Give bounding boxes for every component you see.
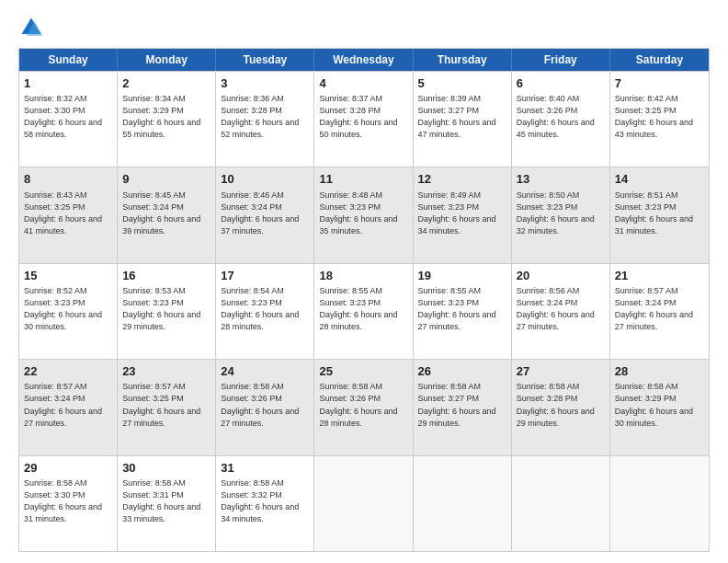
- day-number: 6: [517, 75, 605, 92]
- day-number: 23: [122, 363, 210, 380]
- cell-details: Sunrise: 8:57 AM Sunset: 3:24 PM Dayligh…: [24, 381, 112, 429]
- day-number: 8: [24, 171, 112, 188]
- calendar-cell: 10Sunrise: 8:46 AM Sunset: 3:24 PM Dayli…: [216, 167, 314, 262]
- day-number: 7: [615, 75, 704, 92]
- calendar-cell: 6Sunrise: 8:40 AM Sunset: 3:26 PM Daylig…: [512, 72, 610, 167]
- day-number: 21: [615, 268, 704, 284]
- day-number: 16: [122, 268, 210, 284]
- day-number: 31: [221, 460, 309, 477]
- day-number: 15: [24, 268, 112, 284]
- cell-details: Sunrise: 8:32 AM Sunset: 3:30 PM Dayligh…: [24, 93, 112, 141]
- cell-details: Sunrise: 8:40 AM Sunset: 3:26 PM Dayligh…: [517, 93, 605, 141]
- calendar-cell: 25Sunrise: 8:58 AM Sunset: 3:26 PM Dayli…: [314, 360, 413, 454]
- cell-details: Sunrise: 8:34 AM Sunset: 3:29 PM Dayligh…: [122, 93, 210, 141]
- day-number: 30: [122, 460, 210, 477]
- day-number: 13: [517, 171, 605, 188]
- cell-details: Sunrise: 8:53 AM Sunset: 3:23 PM Dayligh…: [122, 285, 210, 333]
- calendar-cell: [610, 456, 709, 551]
- logo: [18, 15, 48, 40]
- day-number: 11: [319, 171, 407, 188]
- cell-details: Sunrise: 8:52 AM Sunset: 3:23 PM Dayligh…: [24, 285, 112, 333]
- cell-details: Sunrise: 8:57 AM Sunset: 3:24 PM Dayligh…: [615, 285, 704, 333]
- day-number: 4: [319, 75, 407, 92]
- header-day-wednesday: Wednesday: [314, 49, 413, 71]
- day-number: 20: [517, 268, 605, 284]
- calendar-cell: 11Sunrise: 8:48 AM Sunset: 3:23 PM Dayli…: [314, 167, 413, 262]
- cell-details: Sunrise: 8:56 AM Sunset: 3:24 PM Dayligh…: [517, 285, 605, 333]
- header-day-monday: Monday: [118, 49, 216, 71]
- calendar-week-1: 1Sunrise: 8:32 AM Sunset: 3:30 PM Daylig…: [19, 71, 709, 167]
- cell-details: Sunrise: 8:37 AM Sunset: 3:28 PM Dayligh…: [319, 93, 407, 141]
- day-number: 26: [418, 363, 506, 380]
- cell-details: Sunrise: 8:54 AM Sunset: 3:23 PM Dayligh…: [221, 285, 309, 333]
- calendar-week-4: 22Sunrise: 8:57 AM Sunset: 3:24 PM Dayli…: [19, 359, 709, 454]
- cell-details: Sunrise: 8:58 AM Sunset: 3:27 PM Dayligh…: [418, 381, 506, 429]
- cell-details: Sunrise: 8:46 AM Sunset: 3:24 PM Dayligh…: [221, 190, 309, 237]
- calendar-week-2: 8Sunrise: 8:43 AM Sunset: 3:25 PM Daylig…: [19, 167, 709, 262]
- day-number: 22: [24, 363, 112, 380]
- calendar-cell: 9Sunrise: 8:45 AM Sunset: 3:24 PM Daylig…: [118, 167, 216, 262]
- calendar-cell: 18Sunrise: 8:55 AM Sunset: 3:23 PM Dayli…: [314, 264, 413, 359]
- day-number: 25: [319, 363, 407, 380]
- cell-details: Sunrise: 8:58 AM Sunset: 3:28 PM Dayligh…: [517, 381, 605, 429]
- header-day-sunday: Sunday: [19, 49, 118, 71]
- day-number: 5: [418, 75, 506, 92]
- header-day-friday: Friday: [512, 49, 610, 71]
- calendar-body: 1Sunrise: 8:32 AM Sunset: 3:30 PM Daylig…: [19, 71, 709, 551]
- calendar-cell: 4Sunrise: 8:37 AM Sunset: 3:28 PM Daylig…: [314, 72, 413, 167]
- cell-details: Sunrise: 8:58 AM Sunset: 3:26 PM Dayligh…: [221, 381, 309, 429]
- calendar-cell: [314, 456, 413, 551]
- day-number: 10: [221, 171, 309, 188]
- calendar-cell: 7Sunrise: 8:42 AM Sunset: 3:25 PM Daylig…: [610, 72, 709, 167]
- day-number: 9: [122, 171, 210, 188]
- cell-details: Sunrise: 8:39 AM Sunset: 3:27 PM Dayligh…: [418, 93, 506, 141]
- day-number: 3: [221, 75, 309, 92]
- calendar-cell: 17Sunrise: 8:54 AM Sunset: 3:23 PM Dayli…: [216, 264, 314, 359]
- calendar-cell: 16Sunrise: 8:53 AM Sunset: 3:23 PM Dayli…: [118, 264, 216, 359]
- calendar-cell: 8Sunrise: 8:43 AM Sunset: 3:25 PM Daylig…: [19, 167, 118, 262]
- calendar-cell: 13Sunrise: 8:50 AM Sunset: 3:23 PM Dayli…: [512, 167, 610, 262]
- header-day-saturday: Saturday: [610, 49, 709, 71]
- calendar-cell: 14Sunrise: 8:51 AM Sunset: 3:23 PM Dayli…: [610, 167, 709, 262]
- day-number: 1: [24, 75, 112, 92]
- calendar-cell: 2Sunrise: 8:34 AM Sunset: 3:29 PM Daylig…: [118, 72, 216, 167]
- calendar-week-5: 29Sunrise: 8:58 AM Sunset: 3:30 PM Dayli…: [19, 455, 709, 551]
- cell-details: Sunrise: 8:58 AM Sunset: 3:31 PM Dayligh…: [122, 477, 210, 525]
- calendar-cell: [414, 456, 512, 551]
- day-number: 17: [221, 268, 309, 284]
- cell-details: Sunrise: 8:51 AM Sunset: 3:23 PM Dayligh…: [615, 190, 704, 237]
- calendar-cell: 3Sunrise: 8:36 AM Sunset: 3:28 PM Daylig…: [216, 72, 314, 167]
- day-number: 24: [221, 363, 309, 380]
- calendar-cell: 15Sunrise: 8:52 AM Sunset: 3:23 PM Dayli…: [19, 264, 118, 359]
- cell-details: Sunrise: 8:36 AM Sunset: 3:28 PM Dayligh…: [221, 93, 309, 141]
- calendar-cell: 27Sunrise: 8:58 AM Sunset: 3:28 PM Dayli…: [512, 360, 610, 454]
- cell-details: Sunrise: 8:55 AM Sunset: 3:23 PM Dayligh…: [418, 285, 506, 333]
- calendar-cell: 12Sunrise: 8:49 AM Sunset: 3:23 PM Dayli…: [414, 167, 512, 262]
- calendar: SundayMondayTuesdayWednesdayThursdayFrid…: [18, 48, 710, 552]
- cell-details: Sunrise: 8:48 AM Sunset: 3:23 PM Dayligh…: [319, 190, 407, 237]
- cell-details: Sunrise: 8:55 AM Sunset: 3:23 PM Dayligh…: [319, 285, 407, 333]
- calendar-cell: 22Sunrise: 8:57 AM Sunset: 3:24 PM Dayli…: [19, 360, 118, 454]
- calendar-header-row: SundayMondayTuesdayWednesdayThursdayFrid…: [19, 49, 709, 71]
- calendar-cell: 29Sunrise: 8:58 AM Sunset: 3:30 PM Dayli…: [19, 456, 118, 551]
- cell-details: Sunrise: 8:58 AM Sunset: 3:26 PM Dayligh…: [319, 381, 407, 429]
- day-number: 28: [615, 363, 704, 380]
- cell-details: Sunrise: 8:58 AM Sunset: 3:29 PM Dayligh…: [615, 381, 704, 429]
- calendar-cell: 26Sunrise: 8:58 AM Sunset: 3:27 PM Dayli…: [414, 360, 512, 454]
- day-number: 19: [418, 268, 506, 284]
- day-number: 29: [24, 460, 112, 477]
- day-number: 18: [319, 268, 407, 284]
- day-number: 27: [517, 363, 605, 380]
- header: [18, 15, 710, 40]
- logo-icon: [18, 15, 44, 40]
- cell-details: Sunrise: 8:45 AM Sunset: 3:24 PM Dayligh…: [122, 190, 210, 237]
- day-number: 14: [615, 171, 704, 188]
- day-number: 2: [122, 75, 210, 92]
- calendar-cell: 5Sunrise: 8:39 AM Sunset: 3:27 PM Daylig…: [414, 72, 512, 167]
- calendar-week-3: 15Sunrise: 8:52 AM Sunset: 3:23 PM Dayli…: [19, 263, 709, 359]
- cell-details: Sunrise: 8:57 AM Sunset: 3:25 PM Dayligh…: [122, 381, 210, 429]
- calendar-cell: 1Sunrise: 8:32 AM Sunset: 3:30 PM Daylig…: [19, 72, 118, 167]
- header-day-tuesday: Tuesday: [216, 49, 314, 71]
- cell-details: Sunrise: 8:58 AM Sunset: 3:32 PM Dayligh…: [221, 477, 309, 525]
- cell-details: Sunrise: 8:58 AM Sunset: 3:30 PM Dayligh…: [24, 477, 112, 525]
